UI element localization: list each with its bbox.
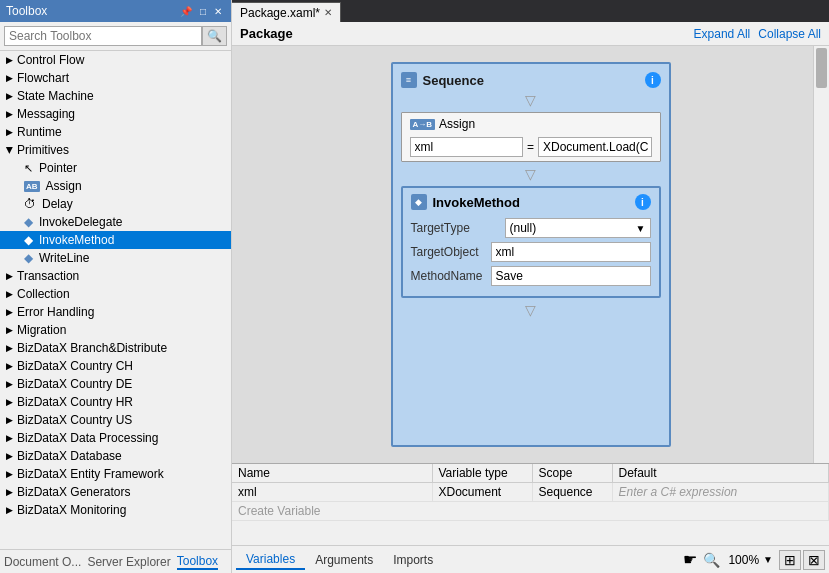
invoke-method-header: ◆ InvokeMethod i (411, 194, 651, 210)
category-error-handling[interactable]: ▶ Error Handling (0, 303, 231, 321)
category-bizdatax-branch[interactable]: ▶ BizDataX Branch&Distribute (0, 339, 231, 357)
tab-arguments[interactable]: Arguments (305, 551, 383, 569)
method-name-input[interactable] (491, 266, 651, 286)
write-line-icon: ◆ (24, 251, 33, 265)
category-label: Flowchart (17, 71, 69, 85)
server-explorer-tab[interactable]: Server Explorer (87, 555, 170, 569)
drop-arrow-top: ▽ (401, 92, 661, 108)
invoke-method-info-icon: i (635, 194, 651, 210)
assign-value-display[interactable]: XDocument.Load(C (538, 137, 652, 157)
category-bizdatax-entity[interactable]: ▶ BizDataX Entity Framework (0, 465, 231, 483)
tab-variables[interactable]: Variables (236, 550, 305, 570)
arrow-icon: ▶ (6, 487, 13, 497)
category-bizdatax-us[interactable]: ▶ BizDataX Country US (0, 411, 231, 429)
var-default-cell[interactable]: Enter a C# expression (612, 483, 829, 502)
arrow-icon: ▶ (6, 433, 13, 443)
toolbox-item-invoke-method[interactable]: ◆ InvokeMethod (0, 231, 231, 249)
assign-equals: = (527, 140, 534, 154)
toolbox-item-delay[interactable]: ⏱ Delay (0, 195, 231, 213)
toolbox-item-invoke-delegate[interactable]: ◆ InvokeDelegate (0, 213, 231, 231)
arrow-icon: ▶ (6, 91, 13, 101)
sequence-header: ≡ Sequence i (401, 72, 661, 88)
arrow-icon: ▶ (6, 109, 13, 119)
category-label: Transaction (17, 269, 79, 283)
item-label: Assign (46, 179, 82, 193)
target-type-input[interactable]: (null) ▼ (505, 218, 651, 238)
item-label: Pointer (39, 161, 77, 175)
category-collection[interactable]: ▶ Collection (0, 285, 231, 303)
category-messaging[interactable]: ▶ Messaging (0, 105, 231, 123)
scrollbar-thumb[interactable] (816, 48, 827, 88)
tab-package-xaml[interactable]: Package.xaml* ✕ (232, 2, 341, 22)
category-bizdatax-ch[interactable]: ▶ BizDataX Country CH (0, 357, 231, 375)
target-object-input[interactable] (491, 242, 651, 262)
package-actions: Expand All Collapse All (694, 27, 821, 41)
sequence-title: Sequence (423, 73, 484, 88)
toolbox-item-assign[interactable]: AB Assign (0, 177, 231, 195)
toolbox-item-write-line[interactable]: ◆ WriteLine (0, 249, 231, 267)
zoom-dropdown-icon[interactable]: ▼ (763, 554, 773, 565)
create-variable-row[interactable]: Create Variable (232, 502, 829, 521)
invoke-method-name-row: MethodName (411, 266, 651, 286)
category-bizdatax-hr[interactable]: ▶ BizDataX Country HR (0, 393, 231, 411)
dropdown-icon[interactable]: ▼ (636, 223, 646, 234)
arrow-icon: ▶ (6, 361, 13, 371)
fit-window-button[interactable]: ⊠ (803, 550, 825, 570)
category-bizdatax-gen[interactable]: ▶ BizDataX Generators (0, 483, 231, 501)
arrow-icon: ▶ (6, 271, 13, 281)
category-transaction[interactable]: ▶ Transaction (0, 267, 231, 285)
zoom-percentage: 100% (728, 553, 759, 567)
arrow-icon: ▶ (6, 469, 13, 479)
package-header: Package Expand All Collapse All (232, 22, 829, 46)
expand-all-button[interactable]: Expand All (694, 27, 751, 41)
sequence-container: ≡ Sequence i ▽ A→B Assign = XDocument.Lo… (391, 62, 671, 447)
collapse-all-button[interactable]: Collapse All (758, 27, 821, 41)
col-name: Name (232, 464, 432, 483)
toolbox-bottom-tab[interactable]: Toolbox (177, 554, 218, 570)
category-bizdatax-db[interactable]: ▶ BizDataX Database (0, 447, 231, 465)
var-name-cell: xml (232, 483, 432, 502)
search-button[interactable]: 🔍 (202, 26, 227, 46)
category-bizdatax-de[interactable]: ▶ BizDataX Country DE (0, 375, 231, 393)
drop-arrow-middle: ▽ (401, 166, 661, 182)
toolbox-item-pointer[interactable]: ↖ Pointer (0, 159, 231, 177)
method-name-label: MethodName (411, 269, 487, 283)
toolbox-pin-btn[interactable]: 📌 (177, 5, 195, 18)
toolbox-float-btn[interactable]: □ (197, 5, 209, 18)
category-label: BizDataX Country US (17, 413, 132, 427)
category-bizdatax-dp[interactable]: ▶ BizDataX Data Processing (0, 429, 231, 447)
arrow-icon: ▶ (6, 127, 13, 137)
designer-scrollbar[interactable] (813, 46, 829, 463)
category-migration[interactable]: ▶ Migration (0, 321, 231, 339)
assign-block[interactable]: A→B Assign = XDocument.Load(C (401, 112, 661, 162)
category-label: BizDataX Monitoring (17, 503, 126, 517)
hand-icon[interactable]: ☛ (683, 550, 697, 569)
designer-area[interactable]: ≡ Sequence i ▽ A→B Assign = XDocument.Lo… (232, 46, 829, 463)
toolbox-header: Toolbox 📌 □ ✕ (0, 0, 231, 22)
arrow-icon: ▶ (6, 415, 13, 425)
assign-title: Assign (439, 117, 475, 131)
magnify-icon[interactable]: 🔍 (703, 552, 720, 568)
toolbox-list: ▶ Control Flow ▶ Flowchart ▶ State Machi… (0, 51, 231, 549)
category-label: Messaging (17, 107, 75, 121)
category-state-machine[interactable]: ▶ State Machine (0, 87, 231, 105)
category-label: State Machine (17, 89, 94, 103)
delay-icon: ⏱ (24, 197, 36, 211)
fit-screen-button[interactable]: ⊞ (779, 550, 801, 570)
tab-imports[interactable]: Imports (383, 551, 443, 569)
create-variable-cell[interactable]: Create Variable (232, 502, 829, 521)
toolbox-close-btn[interactable]: ✕ (211, 5, 225, 18)
pointer-icon: ↖ (24, 162, 33, 175)
category-control-flow[interactable]: ▶ Control Flow (0, 51, 231, 69)
category-runtime[interactable]: ▶ Runtime (0, 123, 231, 141)
assign-variable-input[interactable] (410, 137, 524, 157)
category-primitives[interactable]: ▶ Primitives (0, 141, 231, 159)
category-flowchart[interactable]: ▶ Flowchart (0, 69, 231, 87)
category-label: BizDataX Entity Framework (17, 467, 164, 481)
arrow-icon: ▶ (6, 343, 13, 353)
doc-o-tab[interactable]: Document O... (4, 555, 81, 569)
category-bizdatax-mon[interactable]: ▶ BizDataX Monitoring (0, 501, 231, 519)
invoke-method-title: InvokeMethod (433, 195, 520, 210)
search-input[interactable] (4, 26, 202, 46)
tab-close-icon[interactable]: ✕ (324, 7, 332, 18)
